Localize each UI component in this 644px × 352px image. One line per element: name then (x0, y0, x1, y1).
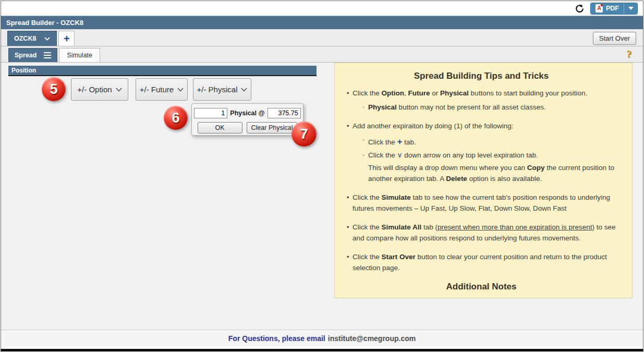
chevron-down-icon (241, 88, 247, 92)
footer: For Questions, please email institute@cm… (1, 330, 643, 347)
tips-panel: Spread Building Tips and Tricks •Click t… (334, 63, 633, 298)
position-panel: Position +/- Option +/- Future +/- Physi… (8, 63, 328, 330)
page-title-text: Spread Builder - OZCK8 (6, 19, 83, 27)
tips-item: •Click the Start Over button to clear yo… (343, 252, 619, 274)
bullet-marker: • (343, 192, 353, 214)
tips-item: ◦Click the ∨ down arrow on any top level… (343, 150, 619, 161)
tips-item-text: Additional Notes (446, 282, 516, 292)
tips-item-text: Click the Simulate tab to see how the cu… (353, 192, 619, 214)
tab-spread-label: Spread (15, 52, 37, 59)
chevron-down-icon (116, 88, 122, 92)
tips-item: •Click the Simulate tab to see how the c… (343, 192, 619, 214)
tips-item-text: Click the ∨ down arrow on any top level … (368, 150, 538, 161)
tips-item: •Click the Simulate All tab (present whe… (343, 222, 619, 244)
refresh-icon[interactable] (574, 3, 585, 14)
expiration-tab-row: OZCK8 + Start Over (1, 29, 643, 46)
tab-spread[interactable]: Spread (8, 48, 57, 62)
tips-item: •NOTE: Adding a Physical component will … (343, 298, 619, 298)
position-header: Position (8, 66, 317, 76)
pdf-dropdown-button[interactable] (624, 3, 637, 14)
view-tab-row: Spread Simulate ? (1, 46, 643, 63)
tips-item-text: NOTE: Adding a Physical component will p… (353, 298, 619, 298)
tab-simulate[interactable]: Simulate (59, 48, 100, 62)
ok-button[interactable]: OK (198, 122, 242, 133)
help-icon[interactable]: ? (627, 48, 632, 60)
tips-item-text: Physical button may not be present for a… (368, 102, 546, 113)
callout-6: 6 (164, 106, 188, 130)
tab-ozck8[interactable]: OZCK8 (7, 31, 57, 46)
tips-item: ◦Physical button may not be present for … (343, 102, 619, 113)
tips-item-text: This will display a drop down menu where… (368, 163, 619, 185)
chevron-down-icon[interactable] (44, 37, 50, 41)
callout-7: 7 (291, 122, 317, 147)
bullet-marker: • (343, 222, 353, 244)
tips-title: Spread Building Tips and Tricks (343, 69, 619, 83)
bullet-marker: ◦ (359, 135, 368, 149)
footer-text: For Questions, please email (228, 334, 325, 343)
physical-entry-popup: Physical @ OK Clear Physical (191, 103, 303, 136)
add-physical-label: +/- Physical (197, 85, 238, 94)
pdf-file-icon: A (596, 4, 603, 13)
bullet-marker: • (343, 121, 353, 132)
physical-quantity-input[interactable] (194, 108, 227, 118)
tab-simulate-label: Simulate (67, 52, 92, 59)
plus-icon: + (64, 33, 70, 45)
pdf-button-group: A PDF (590, 3, 638, 15)
add-future-button[interactable]: +/- Future (136, 78, 188, 101)
tips-list: •Click the Option, Future or Physical bu… (343, 88, 619, 298)
tips-item: •Add another expiraiton by doing (1) of … (343, 121, 619, 132)
page-title: Spread Builder - OZCK8 (1, 16, 643, 29)
clear-physical-button[interactable]: Clear Physical (247, 122, 298, 133)
callout-5: 5 (42, 77, 66, 101)
add-option-label: +/- Option (77, 85, 112, 94)
bullet-marker: • (343, 88, 353, 99)
browser-toolbar: A PDF (1, 1, 643, 16)
physical-entry-row: Physical @ (196, 108, 299, 118)
tips-item: ◦Click the + tab. (343, 135, 619, 149)
chevron-down-icon (177, 88, 184, 92)
add-physical-button[interactable]: +/- Physical (193, 78, 251, 101)
physical-price-input[interactable] (268, 108, 301, 118)
tips-item-text: Click the + tab. (368, 135, 416, 149)
tips-item-text: Click the Option, Future or Physical but… (353, 88, 587, 99)
add-expiration-tab[interactable]: + (58, 31, 75, 46)
pdf-button-label: PDF (606, 5, 619, 12)
footer-email[interactable]: institute@cmegroup.com (328, 334, 416, 343)
spread-builder-window: A PDF Spread Builder - OZCK8 OZCK8 + Sta… (1, 1, 643, 351)
physical-popup-actions: OK Clear Physical (196, 122, 299, 133)
bullet-marker: ◦ (359, 150, 368, 161)
main-content: Position +/- Option +/- Future +/- Physi… (1, 63, 643, 330)
tips-item-text: Click the Start Over button to clear you… (353, 252, 619, 274)
bullet-marker: • (343, 252, 353, 274)
tips-item-text: Click the Simulate All tab (present when… (353, 222, 619, 244)
tips-subheading: Additional Notes (343, 280, 619, 294)
position-header-label: Position (11, 67, 36, 74)
tips-item: This will display a drop down menu where… (343, 163, 619, 185)
tips-item: •Click the Option, Future or Physical bu… (343, 88, 619, 99)
bullet-marker: • (343, 298, 353, 298)
tab-ozck8-label: OZCK8 (14, 35, 36, 42)
physical-at-label: Physical @ (230, 110, 264, 117)
start-over-button[interactable]: Start Over (593, 32, 636, 45)
add-future-label: +/- Future (140, 85, 174, 94)
bullet-marker: ◦ (359, 102, 368, 113)
chevron-down-icon (628, 7, 634, 10)
tips-item-text: Add another expiraiton by doing (1) of t… (353, 121, 513, 132)
add-option-button[interactable]: +/- Option (71, 78, 128, 101)
menu-icon[interactable] (44, 52, 51, 58)
pdf-button[interactable]: A PDF (591, 3, 624, 14)
